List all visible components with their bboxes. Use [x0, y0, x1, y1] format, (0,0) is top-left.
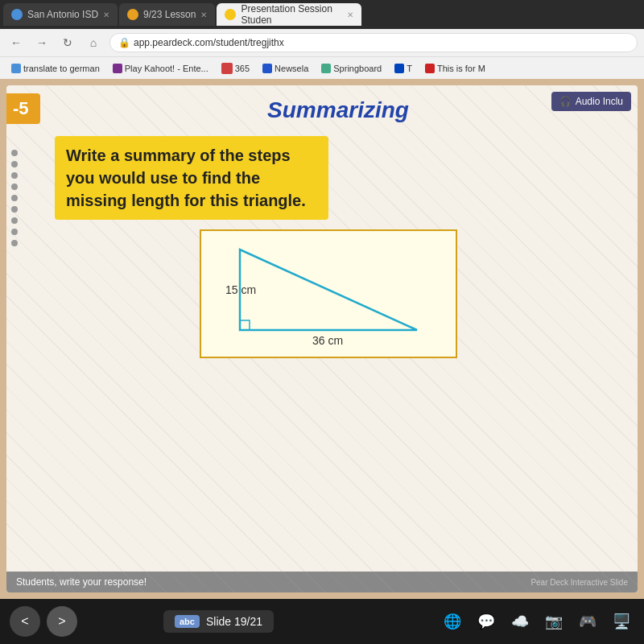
svg-text:15 cm: 15 cm: [225, 283, 256, 296]
bookmark-label: T: [407, 64, 412, 73]
slide-area: -5 🎧 Audio Inclu Summarizing: [0, 79, 644, 599]
bookmark-label: This is for M: [437, 64, 485, 73]
slide-indicator: abc Slide 19/21: [163, 610, 274, 633]
slide-inner: -5 🎧 Audio Inclu Summarizing: [6, 85, 638, 592]
svg-text:36 cm: 36 cm: [312, 334, 343, 346]
bookmark-label: Play Kahoot! - Ente...: [125, 64, 208, 73]
slide-position-text: Slide 19/21: [206, 615, 262, 628]
tab-presentation[interactable]: Presentation Session Studen ✕: [217, 3, 361, 26]
tab-label: San Antonio ISD: [27, 9, 98, 20]
taskbar-icon-camera[interactable]: 📷: [541, 609, 567, 634]
tab-favicon: [11, 9, 23, 20]
taskbar-icons: 🌐 💬 ☁️ 📷 🎮 🖥️: [440, 609, 634, 634]
back-button[interactable]: ←: [6, 33, 26, 52]
taskbar-icon-cloud[interactable]: ☁️: [507, 609, 533, 634]
prev-slide-button[interactable]: <: [10, 606, 40, 637]
tab-label: Presentation Session Studen: [241, 3, 342, 26]
headphones-icon: 🎧: [559, 96, 572, 107]
bookmark-favicon: [221, 63, 233, 74]
bookmark-favicon: [321, 64, 331, 73]
bookmark-favicon: [11, 64, 21, 73]
slide-number-badge: -5: [6, 93, 40, 124]
slide-prompt: Write a summary of the steps you would u…: [55, 136, 328, 220]
tab-lesson[interactable]: 9/23 Lesson ✕: [119, 3, 215, 26]
svg-marker-0: [240, 250, 417, 330]
taskbar-icon-monitor[interactable]: 🖥️: [609, 609, 634, 634]
bookmark-365[interactable]: 365: [217, 61, 254, 76]
bookmark-label: Newsela: [275, 64, 308, 73]
abc-badge: abc: [175, 615, 200, 628]
triangle-diagram: 15 cm 36 cm: [200, 229, 457, 358]
tab-close-icon[interactable]: ✕: [347, 10, 353, 19]
tab-close-icon[interactable]: ✕: [200, 10, 207, 19]
svg-rect-1: [240, 320, 250, 330]
tab-favicon: [225, 9, 236, 20]
peardeck-label: Pear Deck Interactive Slide: [530, 578, 628, 587]
bookmark-this-is-for-m[interactable]: This is for M: [420, 62, 490, 75]
tab-label: 9/23 Lesson: [143, 9, 196, 20]
bookmark-favicon: [394, 64, 404, 73]
taskbar-icon-globe[interactable]: 🌐: [440, 609, 465, 634]
refresh-button[interactable]: ↻: [58, 33, 77, 52]
bookmark-favicon: [425, 64, 435, 73]
bookmark-label: translate to german: [23, 64, 100, 73]
bookmarks-bar: translate to german Play Kahoot! - Ente.…: [0, 56, 644, 79]
bookmark-favicon: [262, 64, 272, 73]
bookmark-newsela[interactable]: Newsela: [258, 62, 313, 75]
taskbar-icon-chat[interactable]: 💬: [473, 609, 499, 634]
audio-button-label: Audio Inclu: [576, 96, 623, 107]
tab-san-antonio[interactable]: San Antonio ISD ✕: [3, 3, 118, 26]
forward-button[interactable]: →: [32, 33, 52, 52]
slide-content: Summarizing Write a summary of the steps…: [6, 85, 638, 572]
bookmark-t[interactable]: T: [390, 62, 417, 75]
bookmark-springboard[interactable]: Springboard: [316, 62, 386, 75]
address-bar: ← → ↻ ⌂ 🔒 app.peardeck.com/student/tregj…: [0, 29, 644, 56]
url-input[interactable]: 🔒 app.peardeck.com/student/tregjithx: [109, 33, 638, 52]
browser-chrome: San Antonio ISD ✕ 9/23 Lesson ✕ Presenta…: [0, 0, 644, 79]
tab-close-icon[interactable]: ✕: [103, 10, 109, 19]
tab-bar: San Antonio ISD ✕ 9/23 Lesson ✕ Presenta…: [0, 0, 644, 29]
next-slide-button[interactable]: >: [47, 606, 77, 637]
bookmark-translate[interactable]: translate to german: [6, 62, 105, 75]
home-button[interactable]: ⌂: [84, 33, 103, 52]
bookmark-label: 365: [235, 64, 250, 73]
tab-favicon: [127, 9, 138, 20]
audio-include-button[interactable]: 🎧 Audio Inclu: [551, 92, 631, 111]
main-content: -5 🎧 Audio Inclu Summarizing: [0, 79, 644, 644]
bookmark-favicon: [113, 64, 122, 73]
url-text: app.peardeck.com/student/tregjithx: [134, 37, 284, 48]
navigation-taskbar: < > abc Slide 19/21 🌐 💬 ☁️ 📷 🎮 🖥️: [0, 599, 644, 644]
slide-title: Summarizing: [55, 97, 621, 123]
bookmark-kahoot[interactable]: Play Kahoot! - Ente...: [108, 62, 213, 75]
triangle-svg: 15 cm 36 cm: [224, 242, 433, 346]
taskbar-icon-game[interactable]: 🎮: [575, 609, 601, 634]
bookmark-label: Springboard: [333, 64, 382, 73]
